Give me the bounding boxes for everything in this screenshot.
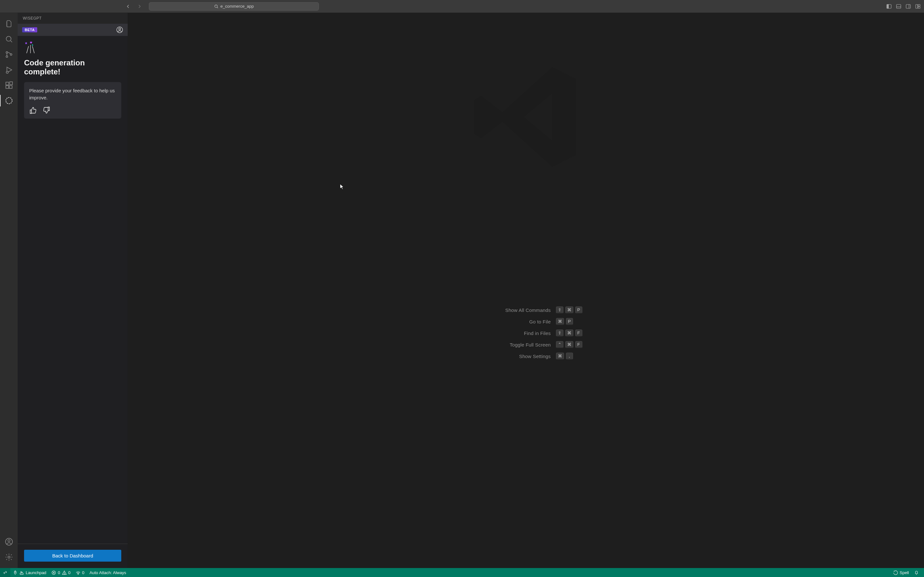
activity-explorer-icon[interactable] bbox=[0, 16, 18, 31]
status-launchpad[interactable]: Launchpad bbox=[10, 568, 49, 577]
sidebar-title: WISEGPT bbox=[18, 13, 128, 24]
shortcut-label: Go to File bbox=[467, 319, 551, 324]
activity-extensions-icon[interactable] bbox=[0, 77, 18, 93]
svg-point-13 bbox=[10, 53, 11, 55]
shortcut-keys: ⌘P bbox=[556, 318, 585, 325]
keycap: P bbox=[575, 306, 582, 314]
status-notifications-icon[interactable] bbox=[911, 570, 921, 575]
svg-point-33 bbox=[64, 574, 64, 574]
shortcut-label: Show All Commands bbox=[467, 308, 551, 313]
svg-line-28 bbox=[32, 46, 34, 53]
activity-run-debug-icon[interactable] bbox=[0, 62, 18, 77]
layout-panel-bottom-icon[interactable] bbox=[896, 3, 901, 9]
beta-badge: BETA bbox=[22, 27, 37, 32]
svg-point-20 bbox=[6, 97, 12, 104]
search-text: e_commerce_app bbox=[220, 4, 254, 9]
svg-rect-8 bbox=[918, 5, 920, 6]
shortcut-keys: ⌃⌘F bbox=[556, 341, 585, 348]
svg-point-34 bbox=[78, 574, 78, 574]
status-warnings-count: 0 bbox=[68, 570, 71, 575]
titlebar: e_commerce_app bbox=[0, 0, 924, 13]
shortcut-label: Show Settings bbox=[467, 354, 551, 359]
svg-rect-5 bbox=[906, 5, 911, 8]
status-ports-count: 0 bbox=[82, 570, 84, 575]
status-auto-attach[interactable]: Auto Attach: Always bbox=[87, 568, 129, 577]
remote-indicator[interactable] bbox=[0, 568, 10, 577]
shortcut-row[interactable]: Show All Commands⇧⌘P bbox=[467, 306, 585, 314]
svg-rect-30 bbox=[20, 573, 23, 574]
keycap: ⌘ bbox=[565, 330, 573, 337]
activity-bar bbox=[0, 13, 18, 568]
keycap: ⇧ bbox=[556, 306, 564, 314]
activity-settings-gear-icon[interactable] bbox=[0, 550, 18, 565]
shortcut-keys: ⌘, bbox=[556, 353, 585, 359]
status-launchpad-label: Launchpad bbox=[26, 570, 46, 575]
thumbs-down-button[interactable] bbox=[43, 106, 50, 114]
svg-point-22 bbox=[8, 540, 10, 542]
fireworks-icon bbox=[24, 42, 121, 54]
nav-back-button[interactable] bbox=[125, 3, 131, 9]
svg-point-11 bbox=[6, 52, 7, 53]
status-auto-attach-label: Auto Attach: Always bbox=[89, 570, 126, 575]
svg-rect-3 bbox=[897, 5, 901, 8]
status-problems[interactable]: 0 0 bbox=[49, 568, 73, 577]
svg-rect-9 bbox=[918, 6, 920, 8]
keycap: ⇧ bbox=[556, 330, 564, 337]
shortcut-row[interactable]: Go to File⌘P bbox=[467, 318, 585, 325]
activity-wisegpt-icon[interactable] bbox=[0, 93, 18, 108]
shortcut-list: Show All Commands⇧⌘PGo to File⌘PFind in … bbox=[467, 306, 585, 364]
command-center-search[interactable]: e_commerce_app bbox=[149, 2, 319, 11]
svg-rect-18 bbox=[9, 85, 12, 89]
customize-layout-icon[interactable] bbox=[915, 3, 921, 9]
activity-accounts-icon[interactable] bbox=[0, 534, 18, 550]
back-to-dashboard-button[interactable]: Back to Dashboard bbox=[24, 550, 121, 562]
svg-line-26 bbox=[27, 46, 29, 53]
keycap: ⌘ bbox=[565, 341, 573, 348]
status-ports[interactable]: 0 bbox=[73, 568, 87, 577]
layout-sidebar-left-icon[interactable] bbox=[886, 3, 892, 9]
cursor-pointer-icon bbox=[340, 184, 345, 190]
keycap: , bbox=[566, 353, 573, 359]
svg-rect-17 bbox=[6, 85, 9, 89]
status-errors-count: 0 bbox=[58, 570, 60, 575]
vscode-logo-watermark bbox=[467, 58, 586, 176]
status-spell-label: Spell bbox=[900, 570, 909, 575]
keycap: ⌘ bbox=[565, 306, 573, 314]
search-icon bbox=[214, 4, 218, 9]
keycap: P bbox=[566, 318, 573, 325]
shortcut-row[interactable]: Find in Files⇧⌘F bbox=[467, 330, 585, 337]
thumbs-up-button[interactable] bbox=[29, 106, 37, 114]
keycap: ⌘ bbox=[556, 353, 564, 359]
keycap: ⌃ bbox=[556, 341, 564, 348]
activity-source-control-icon[interactable] bbox=[0, 47, 18, 62]
keycap: ⌘ bbox=[556, 318, 564, 325]
shortcut-row[interactable]: Toggle Full Screen⌃⌘F bbox=[467, 341, 585, 348]
svg-rect-2 bbox=[887, 5, 888, 8]
feedback-card: Please provide your feedback to help us … bbox=[24, 82, 121, 119]
svg-point-23 bbox=[8, 556, 10, 558]
svg-point-25 bbox=[119, 28, 121, 30]
status-bar: Launchpad 0 0 0 Auto Attach: Always Spel… bbox=[0, 568, 924, 577]
shortcut-row[interactable]: Show Settings⌘, bbox=[467, 353, 585, 359]
layout-sidebar-right-icon[interactable] bbox=[905, 3, 911, 9]
feedback-prompt-text: Please provide your feedback to help us … bbox=[29, 87, 116, 101]
activity-search-icon[interactable] bbox=[0, 31, 18, 47]
svg-rect-7 bbox=[916, 5, 918, 8]
status-spell[interactable]: Spell bbox=[891, 570, 911, 575]
sidebar-header-row: BETA bbox=[18, 24, 128, 36]
sidebar-panel: WISEGPT BETA bbox=[18, 13, 128, 568]
nav-forward-button[interactable] bbox=[137, 3, 142, 9]
svg-rect-16 bbox=[6, 82, 9, 85]
editor-area: Show All Commands⇧⌘PGo to File⌘PFind in … bbox=[128, 13, 924, 568]
completion-heading: Code generation complete! bbox=[24, 58, 121, 76]
svg-point-15 bbox=[6, 71, 8, 73]
shortcut-keys: ⇧⌘F bbox=[556, 330, 585, 337]
svg-point-0 bbox=[215, 5, 217, 7]
svg-rect-19 bbox=[10, 82, 13, 85]
shortcut-label: Find in Files bbox=[467, 330, 551, 336]
shortcut-label: Toggle Full Screen bbox=[467, 342, 551, 348]
svg-point-10 bbox=[6, 36, 11, 41]
svg-point-12 bbox=[6, 56, 7, 57]
keycap: F bbox=[575, 341, 582, 348]
user-account-icon[interactable] bbox=[116, 26, 123, 33]
